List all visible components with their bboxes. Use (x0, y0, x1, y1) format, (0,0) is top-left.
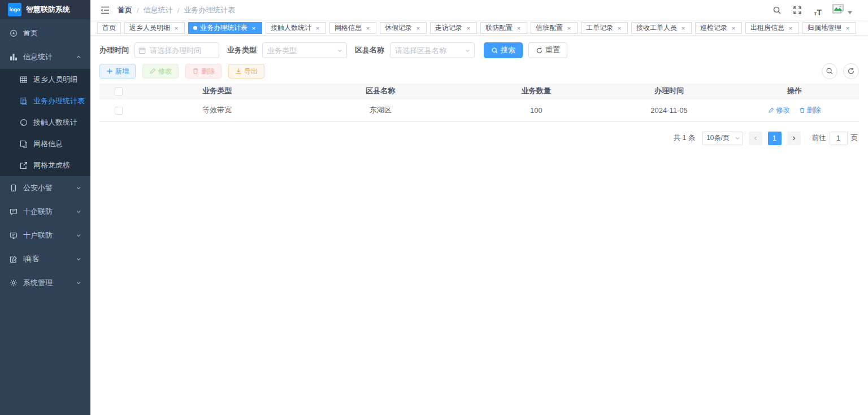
sidebar-item-info-stats[interactable]: 信息统计 (0, 45, 90, 69)
select-all-cell (99, 84, 137, 99)
breadcrumb-item[interactable]: 首页 (118, 5, 132, 15)
time-picker-input[interactable] (134, 42, 219, 58)
edit-button[interactable]: 修改 (142, 64, 179, 78)
tab-attribution-mgmt[interactable]: 归属地管理 (802, 22, 856, 34)
tab-contact-stats[interactable]: 接触人数统计 (266, 22, 326, 34)
sidebar-item-system[interactable]: 系统管理 (0, 271, 90, 295)
bar-chart-icon (9, 53, 18, 62)
tab-grid-info[interactable]: 网格信息 (329, 22, 376, 34)
tab-return-detail[interactable]: 返乡人员明细 (124, 22, 185, 34)
tab-visit-records[interactable]: 走访记录 (430, 22, 477, 34)
tab-label: 联防配置 (485, 23, 513, 33)
fullscreen-icon[interactable] (791, 4, 804, 16)
sidebar-item-police[interactable]: 公安小警 (0, 176, 90, 200)
tab-home[interactable]: 首页 (97, 22, 121, 34)
breadcrumb-item: 信息统计 (144, 5, 173, 15)
close-icon[interactable] (364, 25, 371, 32)
sidebar-item-contact-stats[interactable]: 接触人数统计 (0, 112, 90, 133)
sidebar-item-label: 首页 (23, 28, 81, 38)
goto-page-input[interactable] (830, 132, 848, 145)
breadcrumb-separator: / (177, 6, 180, 15)
column-header: 办理时间 (608, 84, 730, 99)
column-header: 业务类型 (137, 84, 297, 99)
select-all-checkbox[interactable] (115, 88, 123, 95)
tab-label: 巡检记录 (700, 23, 727, 33)
tab-label: 返乡人员明细 (129, 23, 170, 33)
table-row[interactable]: 等效带宽 东湖区 100 2024-11-05 修改 删除 (99, 99, 859, 121)
breadcrumb-separator: / (137, 6, 139, 15)
delete-button[interactable]: 删除 (185, 64, 222, 78)
sidebar-item-business-stats[interactable]: 业务办理统计表 (0, 90, 90, 112)
chevron-up-icon (76, 53, 81, 62)
row-edit-link[interactable]: 修改 (768, 106, 790, 115)
sidebar-item-grid-info[interactable]: 网格信息 (0, 133, 90, 155)
close-icon[interactable] (730, 25, 737, 32)
search-icon[interactable] (771, 4, 783, 16)
copy-icon (19, 140, 28, 148)
prev-page-button[interactable] (749, 132, 762, 145)
sidebar-item-label: 公安小警 (23, 183, 70, 193)
filter-type-label: 业务类型 (227, 45, 257, 55)
chevron-down-icon (735, 136, 740, 141)
page-number-button[interactable]: 1 (768, 132, 782, 145)
district-select[interactable] (390, 42, 475, 58)
refresh-icon[interactable] (843, 63, 859, 79)
close-icon[interactable] (844, 25, 851, 32)
edit-button-label: 修改 (158, 67, 172, 76)
chevron-down-icon (337, 47, 343, 54)
sidebar-item-household[interactable]: 十户联防 (0, 224, 90, 247)
column-header: 操作 (730, 84, 859, 99)
tab-business-stats[interactable]: 业务办理统计表 (188, 22, 262, 34)
user-avatar[interactable] (832, 3, 852, 17)
add-button[interactable]: 新增 (99, 64, 136, 78)
sidebar-item-home[interactable]: 首页 (0, 21, 90, 45)
tab-leave-records[interactable]: 休假记录 (380, 22, 427, 34)
close-icon[interactable] (465, 25, 472, 32)
sidebar-item-label: 系统管理 (23, 278, 70, 288)
document-icon (19, 97, 28, 106)
sidebar-collapse-icon[interactable] (97, 2, 113, 18)
tab-label: 休假记录 (385, 23, 412, 33)
tab-label: 值班配置 (536, 23, 563, 33)
sidebar-item-return-detail[interactable]: 返乡人员明细 (0, 69, 90, 90)
row-delete-label: 删除 (807, 106, 821, 115)
close-icon[interactable] (415, 25, 422, 32)
tab-order-receivers[interactable]: 接收工单人员 (631, 22, 692, 34)
close-icon[interactable] (173, 25, 180, 32)
close-icon[interactable] (680, 25, 687, 32)
tab-defense-config[interactable]: 联防配置 (480, 22, 527, 34)
close-icon[interactable] (314, 25, 321, 32)
tab-patrol-records[interactable]: 巡检记录 (695, 22, 742, 34)
home-icon (9, 29, 18, 38)
tab-work-orders[interactable]: 工单记录 (581, 22, 628, 34)
table-toolbar: 新增 修改 删除 导出 (99, 63, 859, 79)
close-icon[interactable] (250, 25, 257, 32)
page-size-select[interactable]: 10条/页 (702, 132, 743, 145)
sidebar-item-grid-ranking[interactable]: 网格龙虎榜 (0, 155, 90, 176)
tab-rental-info[interactable]: 出租房信息 (745, 22, 799, 34)
cell-district: 东湖区 (297, 99, 464, 121)
search-toggle-icon[interactable] (822, 63, 837, 79)
next-page-button[interactable] (787, 132, 801, 145)
add-button-label: 新增 (115, 67, 129, 76)
export-button[interactable]: 导出 (228, 64, 264, 78)
business-type-select[interactable] (262, 42, 347, 58)
tab-duty-config[interactable]: 值班配置 (531, 22, 578, 34)
table-icon (19, 76, 28, 84)
pagination-total: 共 1 条 (674, 133, 696, 143)
font-size-icon[interactable] (811, 4, 824, 16)
row-checkbox[interactable] (115, 107, 123, 115)
sidebar-item-merchant[interactable]: i商客 (0, 247, 90, 271)
sidebar-item-enterprise[interactable]: 十企联防 (0, 200, 90, 224)
toolbar-buttons: 新增 修改 删除 导出 (99, 64, 264, 78)
sidebar-item-label: 接触人数统计 (33, 117, 81, 128)
edit-icon (9, 255, 18, 264)
reset-button[interactable]: 重置 (528, 42, 567, 58)
close-icon[interactable] (787, 25, 794, 32)
close-icon[interactable] (616, 25, 623, 32)
close-icon[interactable] (566, 25, 572, 32)
close-icon[interactable] (515, 25, 522, 32)
search-button[interactable]: 搜索 (484, 42, 523, 58)
row-delete-link[interactable]: 删除 (799, 106, 821, 115)
sidebar: logo 智慧联防系统 首页 信息统计 返乡人员明细 业务办理统计表 (0, 0, 90, 415)
